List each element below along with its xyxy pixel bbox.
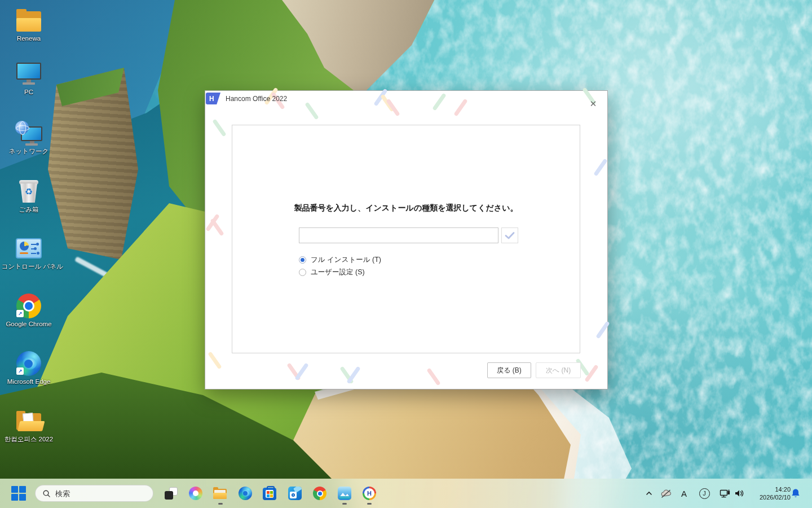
desktop-icon-pc[interactable]: PC xyxy=(2,62,56,96)
network-tray-button[interactable] xyxy=(717,486,732,501)
desktop-icon-hancom-office[interactable]: 한컴오피스 2022 xyxy=(2,409,56,443)
ethernet-network-icon xyxy=(720,489,730,498)
chrome-button[interactable] xyxy=(312,486,327,501)
chevron-up-icon xyxy=(646,491,652,496)
copilot-icon xyxy=(189,487,202,500)
j-circle-icon: J xyxy=(699,488,710,499)
chrome-icon: ↗ xyxy=(15,294,42,318)
task-view-button[interactable] xyxy=(164,486,178,501)
speaker-icon xyxy=(734,489,744,497)
folder-icon xyxy=(15,8,42,33)
running-indicator xyxy=(218,503,223,505)
pattern-stroke xyxy=(426,368,440,386)
radio-custom-install[interactable]: ユーザー設定 (S) xyxy=(299,268,365,277)
taskbar-search[interactable] xyxy=(35,485,153,502)
hancom-office-button[interactable]: H xyxy=(362,486,377,501)
product-number-input[interactable] xyxy=(299,227,498,243)
hancom-installer-dialog: H Hancom Office 2022 ✕ 製品番号を入力し、インストールの種… xyxy=(205,90,608,389)
radio-label: ユーザー設定 (S) xyxy=(311,268,365,277)
control-panel-icon xyxy=(15,236,42,261)
radio-label: フル インストール (T) xyxy=(311,255,381,265)
desktop-icon-renewa[interactable]: Renewa xyxy=(2,8,56,42)
dialog-content-panel: 製品番号を入力し、インストールの種類を選択してください。 フル インストール (… xyxy=(232,125,580,353)
photos-button[interactable] xyxy=(337,486,352,501)
notification-bell-button[interactable] xyxy=(788,486,803,501)
running-indicator xyxy=(342,503,347,505)
pattern-stroke xyxy=(212,119,226,137)
desktop-icon-label: Google Chrome xyxy=(6,321,51,328)
next-button-disabled[interactable]: 次へ (N) xyxy=(536,362,581,378)
pattern-stroke xyxy=(294,363,308,381)
desktop-icon-label: Renewa xyxy=(17,35,41,42)
clock-date: 2026/02/10 xyxy=(760,493,791,501)
shortcut-arrow-icon: ↗ xyxy=(16,310,24,317)
file-explorer-button[interactable] xyxy=(213,486,228,501)
desktop-icon-label: ネットワーク xyxy=(9,148,48,155)
desktop-icon-recycle-bin[interactable]: ♻ ごみ箱 xyxy=(2,179,56,213)
outlook-icon xyxy=(288,487,302,500)
desktop-icon-microsoft-edge[interactable]: ↗ Microsoft Edge xyxy=(2,351,56,386)
desktop-icon-label: コントロール パネル xyxy=(2,263,56,270)
desktop-icon-label: ごみ箱 xyxy=(19,206,38,213)
store-button[interactable] xyxy=(263,486,277,501)
volume-tray-button[interactable] xyxy=(732,486,747,501)
file-explorer-icon xyxy=(213,488,227,499)
edge-icon: ↗ xyxy=(15,351,42,376)
tray-expand-chevron[interactable] xyxy=(642,486,656,501)
chrome-icon xyxy=(313,487,326,500)
shortcut-arrow-icon: ↗ xyxy=(16,367,24,375)
desktop-icon-control-panel[interactable]: コントロール パネル xyxy=(2,236,56,270)
recycle-bin-icon: ♻ xyxy=(15,179,42,204)
recycle-glyph: ♻ xyxy=(15,186,42,197)
bell-icon xyxy=(791,488,800,498)
desktop-icon-label: 한컴오피스 2022 xyxy=(5,436,53,443)
radio-unselected-icon[interactable] xyxy=(299,269,306,276)
pattern-stroke xyxy=(595,321,610,339)
hancom-office-icon: H xyxy=(363,487,376,500)
desktop-icon-label: Microsoft Edge xyxy=(7,378,51,386)
search-input[interactable] xyxy=(55,489,140,498)
ime-mode-indicator[interactable]: A xyxy=(677,486,691,501)
close-icon[interactable]: ✕ xyxy=(587,98,599,110)
dialog-titlebar[interactable]: H Hancom Office 2022 xyxy=(205,91,607,107)
pattern-stroke xyxy=(210,218,224,237)
computer-icon xyxy=(15,62,42,86)
copilot-button[interactable] xyxy=(188,486,203,501)
running-indicator xyxy=(367,503,372,505)
start-button[interactable] xyxy=(11,486,26,501)
dialog-title: Hancom Office 2022 xyxy=(226,95,287,103)
journal-tray-button[interactable]: J xyxy=(697,486,712,501)
checkmark-icon xyxy=(505,231,515,239)
verify-check-button[interactable] xyxy=(501,227,518,243)
radio-full-install[interactable]: フル インストール (T) xyxy=(299,255,381,264)
radio-selected-icon[interactable] xyxy=(299,256,306,264)
dialog-heading: 製品番号を入力し、インストールの種類を選択してください。 xyxy=(232,203,580,213)
edge-button[interactable] xyxy=(238,486,253,501)
hancom-logo-icon: H xyxy=(206,93,220,104)
pattern-stroke xyxy=(208,352,222,370)
taskbar: H A J xyxy=(0,479,812,508)
desktop-icon-google-chrome[interactable]: ↗ Google Chrome xyxy=(2,294,56,328)
desktop: Renewa PC ネットワーク ♻ ごみ箱 コントロール パネル xyxy=(0,0,812,508)
taskbar-clock[interactable]: 14:20 2026/02/10 xyxy=(760,485,791,502)
outlook-button[interactable] xyxy=(288,486,302,501)
cloud-slash-icon xyxy=(660,489,672,498)
desktop-icon-label: PC xyxy=(24,89,33,96)
back-button[interactable]: 戻る (B) xyxy=(487,362,531,378)
microsoft-store-icon xyxy=(263,488,276,500)
network-icon xyxy=(15,121,42,146)
edge-icon xyxy=(239,487,252,500)
pattern-stroke xyxy=(593,159,607,177)
onedrive-tray-button[interactable] xyxy=(659,486,673,501)
open-folder-icon xyxy=(15,409,42,433)
desktop-icon-network[interactable]: ネットワーク xyxy=(2,121,56,155)
photos-icon xyxy=(338,487,351,500)
search-icon xyxy=(42,489,51,498)
clock-time: 14:20 xyxy=(760,485,791,493)
